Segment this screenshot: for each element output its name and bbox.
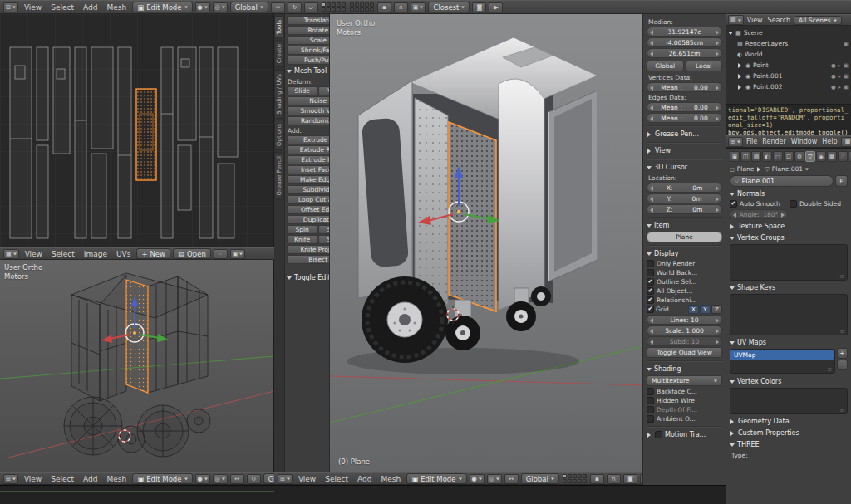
editor-type-button[interactable]: ⊞ bbox=[278, 474, 293, 484]
render-anim-button[interactable]: ▶ bbox=[489, 2, 503, 12]
vertex-slide-button[interactable]: Slide bbox=[287, 86, 317, 95]
smooth-vertex-button[interactable]: Smooth V... bbox=[287, 106, 330, 115]
menu-mesh[interactable]: Mesh bbox=[103, 475, 130, 483]
menu-select[interactable]: Select bbox=[47, 3, 77, 12]
eye-toggle-icon[interactable]: ● bbox=[831, 62, 836, 69]
shrink-fatten-button[interactable]: Shrink/Fa... bbox=[287, 46, 330, 55]
render-toggle-icon[interactable]: ▣ bbox=[844, 41, 849, 47]
layer-toggle[interactable] bbox=[573, 474, 577, 478]
layer-toggle[interactable] bbox=[360, 2, 364, 7]
menu-view[interactable]: View bbox=[21, 475, 45, 483]
tab-object[interactable]: ◻ bbox=[773, 151, 783, 162]
image-pin-button[interactable]: ◦ bbox=[214, 249, 228, 259]
snap-target-dropdown[interactable]: Closest bbox=[428, 2, 470, 12]
layer-toggle[interactable] bbox=[370, 2, 374, 7]
display-panel-header[interactable]: Display bbox=[647, 248, 722, 259]
manipulator-translate-button[interactable]: ↔ bbox=[504, 474, 519, 484]
tab-modifiers[interactable]: ⚙ bbox=[794, 151, 804, 162]
render-toggle-icon[interactable]: ▣ bbox=[844, 73, 849, 80]
menu-search[interactable]: Search bbox=[766, 17, 792, 24]
menu-window[interactable]: Window bbox=[790, 138, 819, 145]
menu-view[interactable]: View bbox=[745, 17, 765, 24]
breadcrumb-object[interactable]: Plane bbox=[737, 165, 755, 173]
layer-toggle[interactable] bbox=[350, 7, 354, 12]
grid-scale-field[interactable]: Scale: 1.000 bbox=[647, 325, 722, 335]
uv-maps-list[interactable]: UVMap ≡ bbox=[730, 349, 835, 374]
item-panel-header[interactable]: Item bbox=[647, 220, 722, 231]
add-uvmap-button[interactable]: + bbox=[837, 348, 848, 359]
motion-tracking-panel-header[interactable]: Motion Tra... bbox=[647, 429, 722, 440]
relationship-lines-checkbox[interactable]: ✔Relationshi... bbox=[647, 296, 722, 305]
layer-toggle[interactable] bbox=[573, 479, 577, 483]
menu-view[interactable]: View bbox=[21, 3, 45, 12]
resize-grip-icon[interactable]: ≡ bbox=[839, 328, 844, 335]
knife-project-button[interactable]: Knife Proj... bbox=[287, 245, 330, 254]
pivot-center-button[interactable]: ◎ bbox=[213, 2, 228, 12]
display-scope-dropdown[interactable]: All Scenes bbox=[794, 16, 841, 25]
vertex-colors-list[interactable]: ≡ bbox=[730, 388, 848, 414]
median-x-field[interactable]: 31.92147c bbox=[647, 27, 722, 37]
menu-view[interactable]: View bbox=[22, 250, 46, 258]
knife-button[interactable]: Knife bbox=[287, 235, 317, 244]
tab-object-data[interactable]: ▽ bbox=[805, 151, 815, 162]
outliner-item-scene[interactable]: ▦ Scene bbox=[728, 27, 849, 38]
layer-toggle[interactable] bbox=[578, 474, 582, 478]
layer-toggle[interactable] bbox=[568, 479, 572, 483]
mode-dropdown[interactable]: ▣Edit Mode bbox=[132, 2, 192, 12]
editor-type-button[interactable]: ▦ bbox=[3, 249, 19, 259]
menu-image[interactable]: Image bbox=[81, 250, 111, 258]
tab-render[interactable]: ▣ bbox=[730, 151, 740, 162]
layer-toggle[interactable] bbox=[322, 2, 326, 7]
normals-panel-header[interactable]: Normals bbox=[730, 188, 848, 199]
knife-select-button[interactable]: Sele bbox=[318, 235, 330, 244]
orientation-dropdown[interactable]: Global bbox=[230, 2, 268, 12]
cursor-z-field[interactable]: Z: 0m bbox=[647, 204, 722, 214]
selected-uv-island[interactable] bbox=[136, 89, 156, 180]
resize-grip-icon[interactable]: ≡ bbox=[839, 407, 844, 413]
viewport-shading-button[interactable]: ● bbox=[470, 474, 485, 484]
axis-z-toggle[interactable]: Z bbox=[711, 305, 722, 314]
auto-smooth-checkbox[interactable]: ✔Auto Smooth bbox=[730, 199, 788, 208]
uv-maps-panel-header[interactable]: UV Maps bbox=[730, 337, 848, 348]
layer-toggle[interactable] bbox=[365, 7, 369, 12]
secondary-3d-viewport[interactable]: User Ortho Motors bbox=[0, 260, 274, 472]
hidden-wire-checkbox[interactable]: Hidden Wire bbox=[647, 396, 722, 405]
layer-toggle[interactable] bbox=[355, 7, 359, 12]
render-toggle-icon[interactable]: ▣ bbox=[844, 84, 849, 91]
menu-add[interactable]: Add bbox=[80, 3, 101, 12]
menu-render[interactable]: Render bbox=[760, 138, 787, 145]
open-image-button[interactable]: ▤Open bbox=[173, 248, 211, 259]
menu-file[interactable]: File bbox=[745, 138, 759, 145]
snap-element-button[interactable]: ▣ bbox=[411, 2, 426, 12]
layer-toggle[interactable] bbox=[342, 2, 346, 7]
translate-button[interactable]: Translate bbox=[287, 16, 330, 25]
vertices-mean-field[interactable]: Mean : 0.00 bbox=[647, 82, 722, 92]
outliner-item-renderlayers[interactable]: ▤ RenderLayers ▣ bbox=[728, 38, 849, 49]
push-pull-button[interactable]: Push/Pull bbox=[287, 56, 330, 65]
screw-button[interactable]: Scre bbox=[318, 225, 330, 234]
vertex-groups-list[interactable]: ≡ bbox=[730, 244, 848, 281]
shelf-tab-shading-uvs[interactable]: Shading / UVs bbox=[274, 70, 284, 119]
grid-lines-field[interactable]: Lines: 10 bbox=[647, 315, 722, 325]
ambient-occlusion-checkbox[interactable]: Ambient O... bbox=[647, 414, 722, 423]
pivot-center-button[interactable]: ◎ bbox=[487, 474, 502, 484]
three-panel-header[interactable]: THREE bbox=[730, 439, 848, 450]
menu-add[interactable]: Add bbox=[354, 475, 375, 483]
outliner-item-point[interactable]: ◉ Point ●▸▣ bbox=[728, 60, 849, 71]
layer-toggle[interactable] bbox=[355, 2, 359, 7]
tab-constraints[interactable]: ⊡ bbox=[784, 151, 794, 162]
menu-select[interactable]: Select bbox=[47, 475, 77, 483]
tab-material[interactable]: ◉ bbox=[816, 151, 826, 162]
menu-select[interactable]: Select bbox=[322, 475, 352, 483]
eye-toggle-icon[interactable]: ● bbox=[831, 84, 836, 91]
active-object-name-field[interactable]: Plane bbox=[647, 232, 722, 242]
select-toggle-icon[interactable]: ▸ bbox=[839, 73, 841, 80]
vertex-groups-panel-header[interactable]: Vertex Groups bbox=[730, 232, 848, 243]
layer-toggle[interactable] bbox=[342, 7, 346, 12]
manipulator-translate-button[interactable]: ↔ bbox=[271, 2, 285, 12]
layer-toggle[interactable] bbox=[563, 474, 567, 478]
menu-add[interactable]: Add bbox=[80, 475, 101, 483]
global-button[interactable]: Global bbox=[647, 61, 684, 71]
backface-culling-checkbox[interactable]: Backface C... bbox=[647, 387, 722, 396]
layer-toggle[interactable] bbox=[360, 7, 364, 12]
